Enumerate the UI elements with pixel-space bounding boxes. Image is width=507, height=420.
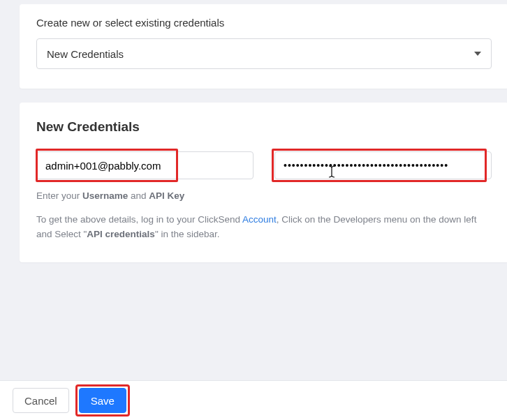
credentials-row <box>36 151 492 179</box>
dialog-footer: Cancel Save <box>0 380 507 420</box>
select-credentials-card: Create new or select existing credential… <box>20 4 507 89</box>
new-credentials-card: New Credentials Enter your Username and … <box>20 103 507 262</box>
new-credentials-heading: New Credentials <box>36 119 492 135</box>
username-field-wrap <box>36 151 254 179</box>
save-highlight: Save <box>79 388 126 413</box>
credentials-hint: Enter your Username and API Key <box>36 189 492 203</box>
username-input[interactable] <box>36 151 254 179</box>
apikey-field-wrap <box>274 151 492 179</box>
select-credentials-title: Create new or select existing credential… <box>36 17 492 29</box>
save-button[interactable]: Save <box>79 388 126 413</box>
account-link[interactable]: Account <box>242 214 277 225</box>
credentials-dropdown-value: New Credentials <box>47 48 124 60</box>
credentials-dropdown[interactable]: New Credentials <box>36 38 492 69</box>
cancel-button[interactable]: Cancel <box>13 388 69 413</box>
apikey-input[interactable] <box>274 151 492 179</box>
caret-down-icon <box>474 52 481 56</box>
credentials-description: To get the above details, log in to your… <box>36 213 492 241</box>
